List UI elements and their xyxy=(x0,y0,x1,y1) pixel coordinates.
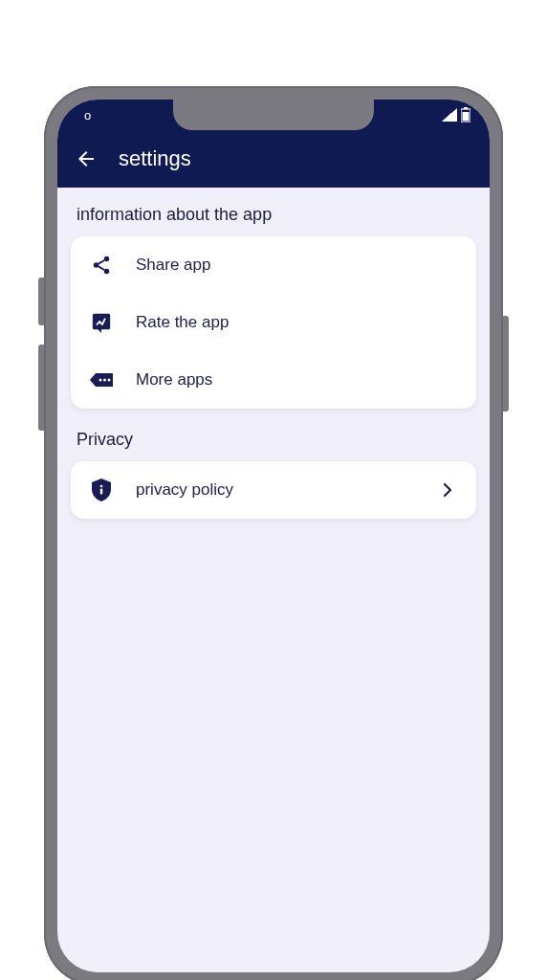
svg-point-9 xyxy=(100,485,103,488)
page-title: settings xyxy=(119,146,191,171)
phone-frame: o settings information about the app xyxy=(44,86,503,980)
card-privacy: privacy policy xyxy=(71,461,476,519)
row-privacy-policy[interactable]: privacy policy xyxy=(71,461,476,519)
row-label: Share app xyxy=(136,256,457,275)
phone-screen: o settings information about the app xyxy=(57,100,490,972)
row-label: privacy policy xyxy=(136,480,415,500)
section-title-information: information about the app xyxy=(71,205,476,236)
shield-icon xyxy=(90,479,113,501)
volume-button xyxy=(38,278,44,325)
signal-icon xyxy=(442,108,457,122)
svg-rect-2 xyxy=(463,112,470,122)
svg-point-6 xyxy=(99,379,102,382)
app-bar: settings xyxy=(57,130,490,188)
status-left-text: o xyxy=(77,108,91,122)
card-information: Share app Rate the app More apps xyxy=(71,236,476,409)
row-more-apps[interactable]: More apps xyxy=(71,351,476,409)
rate-icon xyxy=(90,311,113,334)
volume-button xyxy=(38,345,44,431)
svg-point-4 xyxy=(94,262,99,268)
row-rate-app[interactable]: Rate the app xyxy=(71,294,476,351)
svg-point-8 xyxy=(108,379,111,382)
content-area: information about the app Share app Rate… xyxy=(57,188,490,557)
share-icon xyxy=(90,254,113,277)
svg-rect-10 xyxy=(100,489,102,495)
power-button xyxy=(503,316,509,412)
svg-point-7 xyxy=(103,379,106,382)
row-label: Rate the app xyxy=(136,313,457,332)
battery-icon xyxy=(461,107,470,122)
svg-point-5 xyxy=(104,269,110,275)
row-label: More apps xyxy=(136,370,457,390)
phone-notch xyxy=(173,100,374,130)
status-right-icons xyxy=(442,107,470,122)
arrow-left-icon xyxy=(75,147,98,170)
back-button[interactable] xyxy=(73,145,99,172)
more-icon xyxy=(90,368,113,391)
section-title-privacy: Privacy xyxy=(71,430,476,461)
row-share-app[interactable]: Share app xyxy=(71,236,476,294)
svg-point-3 xyxy=(104,256,110,262)
chevron-right-icon xyxy=(438,480,457,500)
